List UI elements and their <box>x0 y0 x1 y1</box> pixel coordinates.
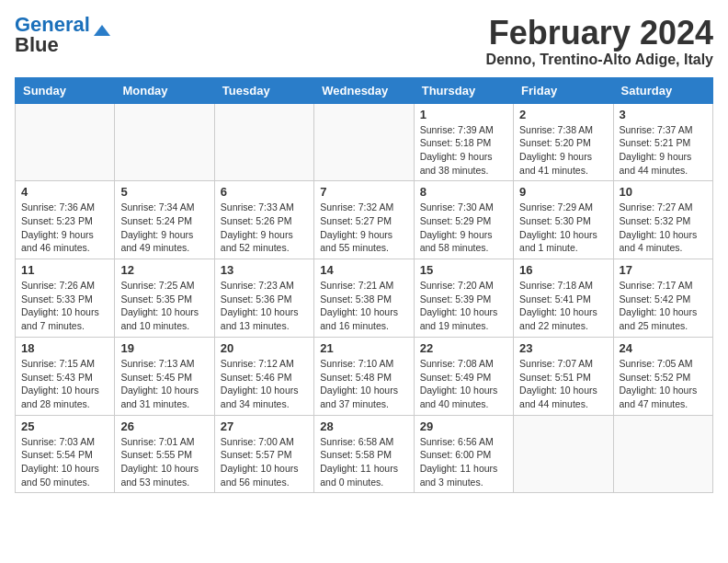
day-number: 5 <box>120 185 208 199</box>
calendar-cell: 16Sunrise: 7:18 AM Sunset: 5:41 PM Dayli… <box>514 259 613 338</box>
day-number: 15 <box>420 263 507 277</box>
day-info: Sunrise: 7:12 AM Sunset: 5:46 PM Dayligh… <box>221 357 308 411</box>
day-info: Sunrise: 7:15 AM Sunset: 5:43 PM Dayligh… <box>21 357 108 411</box>
calendar-week-row: 4Sunrise: 7:36 AM Sunset: 5:23 PM Daylig… <box>16 181 713 259</box>
day-number: 4 <box>21 185 108 199</box>
day-info: Sunrise: 7:25 AM Sunset: 5:35 PM Dayligh… <box>120 279 208 333</box>
day-number: 3 <box>620 108 707 121</box>
calendar-week-row: 11Sunrise: 7:26 AM Sunset: 5:33 PM Dayli… <box>16 259 713 338</box>
day-number: 27 <box>221 419 308 433</box>
day-info: Sunrise: 7:20 AM Sunset: 5:39 PM Dayligh… <box>420 279 507 333</box>
logo-icon <box>94 24 110 37</box>
weekday-header-monday: Monday <box>115 77 214 103</box>
day-number: 13 <box>221 263 308 277</box>
day-info: Sunrise: 7:07 AM Sunset: 5:51 PM Dayligh… <box>519 357 607 411</box>
day-number: 1 <box>420 108 507 121</box>
day-number: 29 <box>420 419 507 433</box>
calendar-cell: 24Sunrise: 7:05 AM Sunset: 5:52 PM Dayli… <box>613 337 712 415</box>
day-number: 11 <box>21 263 108 277</box>
calendar-cell: 22Sunrise: 7:08 AM Sunset: 5:49 PM Dayli… <box>414 337 513 415</box>
calendar-cell: 14Sunrise: 7:21 AM Sunset: 5:38 PM Dayli… <box>314 259 414 338</box>
calendar-cell: 5Sunrise: 7:34 AM Sunset: 5:24 PM Daylig… <box>115 181 214 259</box>
day-number: 28 <box>320 419 407 433</box>
calendar-cell: 29Sunrise: 6:56 AM Sunset: 6:00 PM Dayli… <box>414 415 513 493</box>
day-number: 6 <box>221 185 308 199</box>
day-number: 10 <box>620 185 707 199</box>
day-info: Sunrise: 7:38 AM Sunset: 5:20 PM Dayligh… <box>519 123 607 178</box>
calendar-week-row: 25Sunrise: 7:03 AM Sunset: 5:54 PM Dayli… <box>16 415 713 493</box>
logo-text: GeneralBlue <box>15 15 90 55</box>
calendar-cell: 20Sunrise: 7:12 AM Sunset: 5:46 PM Dayli… <box>214 337 313 415</box>
calendar-cell <box>16 103 115 181</box>
calendar-cell <box>314 103 414 181</box>
day-number: 2 <box>519 108 607 121</box>
day-info: Sunrise: 7:26 AM Sunset: 5:33 PM Dayligh… <box>21 279 108 333</box>
day-info: Sunrise: 7:13 AM Sunset: 5:45 PM Dayligh… <box>120 357 208 411</box>
calendar-cell: 6Sunrise: 7:33 AM Sunset: 5:26 PM Daylig… <box>214 181 313 259</box>
day-number: 18 <box>21 341 108 355</box>
calendar-cell: 12Sunrise: 7:25 AM Sunset: 5:35 PM Dayli… <box>115 259 214 338</box>
calendar-cell: 23Sunrise: 7:07 AM Sunset: 5:51 PM Dayli… <box>514 337 613 415</box>
day-number: 19 <box>120 341 208 355</box>
day-number: 12 <box>120 263 208 277</box>
weekday-header-saturday: Saturday <box>613 77 712 103</box>
calendar-cell <box>613 415 712 493</box>
calendar-cell: 10Sunrise: 7:27 AM Sunset: 5:32 PM Dayli… <box>613 181 712 259</box>
day-info: Sunrise: 7:27 AM Sunset: 5:32 PM Dayligh… <box>620 201 707 255</box>
calendar-cell: 4Sunrise: 7:36 AM Sunset: 5:23 PM Daylig… <box>16 181 115 259</box>
weekday-header-friday: Friday <box>514 77 613 103</box>
calendar-cell: 15Sunrise: 7:20 AM Sunset: 5:39 PM Dayli… <box>414 259 513 338</box>
day-number: 26 <box>120 419 208 433</box>
calendar: SundayMondayTuesdayWednesdayThursdayFrid… <box>15 77 713 494</box>
location-title: Denno, Trentino-Alto Adige, Italy <box>486 52 713 68</box>
day-number: 20 <box>221 341 308 355</box>
calendar-cell: 27Sunrise: 7:00 AM Sunset: 5:57 PM Dayli… <box>214 415 313 493</box>
weekday-header-row: SundayMondayTuesdayWednesdayThursdayFrid… <box>16 77 713 103</box>
calendar-cell: 7Sunrise: 7:32 AM Sunset: 5:27 PM Daylig… <box>314 181 414 259</box>
day-info: Sunrise: 7:34 AM Sunset: 5:24 PM Dayligh… <box>120 201 208 255</box>
day-info: Sunrise: 7:39 AM Sunset: 5:18 PM Dayligh… <box>420 123 507 178</box>
calendar-cell: 9Sunrise: 7:29 AM Sunset: 5:30 PM Daylig… <box>514 181 613 259</box>
calendar-cell: 1Sunrise: 7:39 AM Sunset: 5:18 PM Daylig… <box>414 103 513 181</box>
calendar-cell: 17Sunrise: 7:17 AM Sunset: 5:42 PM Dayli… <box>613 259 712 338</box>
day-info: Sunrise: 7:30 AM Sunset: 5:29 PM Dayligh… <box>420 201 507 255</box>
day-info: Sunrise: 7:33 AM Sunset: 5:26 PM Dayligh… <box>221 201 308 255</box>
calendar-cell: 28Sunrise: 6:58 AM Sunset: 5:58 PM Dayli… <box>314 415 414 493</box>
day-number: 9 <box>519 185 607 199</box>
day-info: Sunrise: 7:01 AM Sunset: 5:55 PM Dayligh… <box>120 435 208 489</box>
day-number: 17 <box>620 263 707 277</box>
day-number: 8 <box>420 185 507 199</box>
day-info: Sunrise: 7:18 AM Sunset: 5:41 PM Dayligh… <box>519 279 607 333</box>
day-number: 7 <box>320 185 407 199</box>
calendar-cell: 13Sunrise: 7:23 AM Sunset: 5:36 PM Dayli… <box>214 259 313 338</box>
calendar-week-row: 18Sunrise: 7:15 AM Sunset: 5:43 PM Dayli… <box>16 337 713 415</box>
day-info: Sunrise: 7:29 AM Sunset: 5:30 PM Dayligh… <box>519 201 607 255</box>
day-info: Sunrise: 7:03 AM Sunset: 5:54 PM Dayligh… <box>21 435 108 489</box>
day-number: 14 <box>320 263 407 277</box>
day-number: 21 <box>320 341 407 355</box>
calendar-cell <box>214 103 313 181</box>
day-number: 16 <box>519 263 607 277</box>
day-info: Sunrise: 7:37 AM Sunset: 5:21 PM Dayligh… <box>620 123 707 178</box>
day-info: Sunrise: 7:05 AM Sunset: 5:52 PM Dayligh… <box>620 357 707 411</box>
calendar-cell: 18Sunrise: 7:15 AM Sunset: 5:43 PM Dayli… <box>16 337 115 415</box>
day-number: 24 <box>620 341 707 355</box>
day-info: Sunrise: 6:58 AM Sunset: 5:58 PM Dayligh… <box>320 435 407 489</box>
header: GeneralBlue February 2024 Denno, Trentin… <box>15 15 713 68</box>
calendar-cell: 21Sunrise: 7:10 AM Sunset: 5:48 PM Dayli… <box>314 337 414 415</box>
weekday-header-tuesday: Tuesday <box>214 77 313 103</box>
weekday-header-sunday: Sunday <box>16 77 115 103</box>
calendar-cell: 2Sunrise: 7:38 AM Sunset: 5:20 PM Daylig… <box>514 103 613 181</box>
calendar-cell <box>115 103 214 181</box>
day-number: 23 <box>519 341 607 355</box>
calendar-cell: 8Sunrise: 7:30 AM Sunset: 5:29 PM Daylig… <box>414 181 513 259</box>
svg-marker-0 <box>94 25 110 36</box>
calendar-week-row: 1Sunrise: 7:39 AM Sunset: 5:18 PM Daylig… <box>16 103 713 181</box>
calendar-cell <box>514 415 613 493</box>
day-info: Sunrise: 7:36 AM Sunset: 5:23 PM Dayligh… <box>21 201 108 255</box>
day-info: Sunrise: 7:17 AM Sunset: 5:42 PM Dayligh… <box>620 279 707 333</box>
day-info: Sunrise: 7:21 AM Sunset: 5:38 PM Dayligh… <box>320 279 407 333</box>
calendar-cell: 19Sunrise: 7:13 AM Sunset: 5:45 PM Dayli… <box>115 337 214 415</box>
calendar-cell: 3Sunrise: 7:37 AM Sunset: 5:21 PM Daylig… <box>613 103 712 181</box>
day-number: 25 <box>21 419 108 433</box>
